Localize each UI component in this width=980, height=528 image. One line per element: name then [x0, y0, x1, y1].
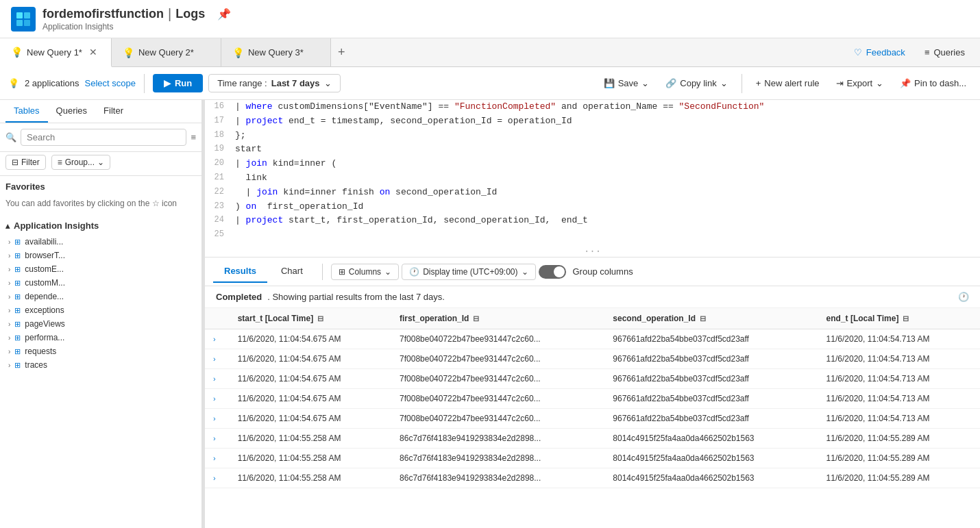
- column-header[interactable]: second_operation_Id⊟: [604, 308, 818, 329]
- table-item[interactable]: › ⊞ depende...: [5, 290, 196, 303]
- app-name: fordemofirstfunction: [42, 7, 164, 21]
- table-icon: ⊞: [14, 347, 21, 356]
- line-number: 19: [205, 142, 232, 155]
- display-time-button[interactable]: 🕐 Display time (UTC+09:00) ⌄: [402, 264, 535, 280]
- table-item[interactable]: › ⊞ customM...: [5, 276, 196, 290]
- svg-rect-0: [16, 12, 23, 18]
- col-label: second_operation_Id: [613, 314, 696, 323]
- group-cols-label: Group columns: [573, 266, 633, 277]
- table-name: customE...: [25, 264, 64, 274]
- table-cell: 86c7d76f4183e9419293834e2d2898...: [391, 449, 604, 468]
- run-label: Run: [175, 78, 192, 88]
- copy-link-button[interactable]: 🔗 Copy link ⌄: [660, 75, 733, 92]
- table-cell: 11/6/2020, 11:04:54.675 AM: [230, 389, 391, 409]
- col-label: start_t [Local Time]: [238, 314, 313, 323]
- column-header[interactable]: first_operation_Id⊟: [391, 308, 604, 329]
- sidebar-tab-filter[interactable]: Filter: [95, 100, 132, 123]
- column-header[interactable]: start_t [Local Time]⊟: [230, 308, 391, 329]
- results-tab-results[interactable]: Results: [213, 260, 267, 283]
- expand-button[interactable]: ›: [213, 394, 216, 403]
- filter-icon[interactable]: ⊟: [903, 314, 909, 323]
- search-input[interactable]: [21, 129, 186, 146]
- group-button[interactable]: ≡ Group... ⌄: [51, 155, 110, 170]
- line-number: 16: [205, 100, 232, 113]
- table-item[interactable]: › ⊞ requests: [5, 344, 196, 358]
- expand-button[interactable]: ›: [213, 375, 216, 383]
- new-alert-button[interactable]: + New alert rule: [750, 75, 825, 92]
- code-editor[interactable]: 16| where customDimensions["EventName"] …: [205, 100, 980, 257]
- filter-icon[interactable]: ⊟: [317, 314, 323, 323]
- results-tab-chart[interactable]: Chart: [270, 260, 314, 283]
- code-line: 20| join kind=inner (: [205, 157, 980, 171]
- tab-add-button[interactable]: +: [331, 38, 352, 66]
- expand-button[interactable]: ›: [213, 434, 216, 442]
- save-button[interactable]: 💾 Save ⌄: [598, 75, 655, 92]
- line-content: };: [232, 129, 980, 143]
- tab-close-1[interactable]: ✕: [86, 45, 100, 59]
- table-icon: ⊞: [14, 251, 21, 260]
- table-icon: ⊞: [14, 361, 21, 370]
- table-cell: 967661afd22ba54bbe037cdf5cd23aff: [604, 389, 818, 409]
- expand-button[interactable]: ›: [213, 474, 216, 482]
- feedback-button[interactable]: ♡ Feedback: [847, 45, 912, 60]
- run-button[interactable]: ▶ Run: [153, 74, 203, 92]
- column-header[interactable]: end_t [Local Time]⊟: [818, 308, 980, 329]
- group-columns-toggle[interactable]: [539, 265, 566, 279]
- tab-new-query-3[interactable]: 💡 New Query 3*: [221, 38, 331, 66]
- expand-button[interactable]: ›: [213, 454, 216, 462]
- pin-icon[interactable]: 📌: [217, 8, 231, 21]
- row-expand[interactable]: ›: [205, 329, 230, 349]
- line-content: | where customDimensions["EventName"] ==…: [232, 100, 980, 114]
- table-arrow: ›: [8, 307, 10, 314]
- expand-button[interactable]: ›: [213, 414, 216, 423]
- table-item[interactable]: › ⊞ availabili...: [5, 235, 196, 249]
- table-icon: ⊞: [14, 306, 21, 315]
- table-item[interactable]: › ⊞ performa...: [5, 331, 196, 344]
- select-scope-button[interactable]: Select scope: [85, 78, 136, 88]
- sort-icon[interactable]: ≡: [191, 132, 196, 142]
- columns-button[interactable]: ⊞ Columns ⌄: [331, 264, 399, 280]
- table-icon: ⊞: [14, 334, 21, 342]
- filter-icon[interactable]: ⊟: [700, 314, 706, 323]
- app-service: Logs: [175, 7, 205, 21]
- row-expand[interactable]: ›: [205, 389, 230, 409]
- code-line: 16| where customDimensions["EventName"] …: [205, 100, 980, 114]
- search-icon: 🔍: [5, 132, 16, 142]
- row-expand[interactable]: ›: [205, 468, 230, 488]
- export-chevron: ⌄: [876, 78, 883, 88]
- queries-button[interactable]: ≡ Queries: [918, 45, 972, 60]
- columns-icon: ⊞: [339, 267, 345, 277]
- tab-new-query-2[interactable]: 💡 New Query 2*: [112, 38, 221, 66]
- results-table-container[interactable]: start_t [Local Time]⊟first_operation_Id⊟…: [205, 308, 980, 528]
- row-expand[interactable]: ›: [205, 409, 230, 429]
- table-item[interactable]: › ⊞ customE...: [5, 262, 196, 276]
- filter-icon[interactable]: ⊟: [473, 314, 479, 323]
- pin-button[interactable]: 📌 Pin to dash...: [894, 75, 972, 92]
- table-item[interactable]: › ⊞ pageViews: [5, 317, 196, 331]
- results-table-body: ›11/6/2020, 11:04:54.675 AM7f008be040722…: [205, 329, 980, 488]
- row-expand[interactable]: ›: [205, 429, 230, 449]
- time-range-button[interactable]: Time range : Last 7 days ⌄: [208, 74, 340, 92]
- table-item[interactable]: › ⊞ browserT...: [5, 249, 196, 262]
- tab-icon-2: 💡: [123, 47, 134, 58]
- row-expand[interactable]: ›: [205, 349, 230, 369]
- expand-button[interactable]: ›: [213, 335, 216, 343]
- table-cell: 11/6/2020, 11:04:54.713 AM: [818, 349, 980, 369]
- row-expand[interactable]: ›: [205, 369, 230, 389]
- table-cell: 11/6/2020, 11:04:55.258 AM: [230, 449, 391, 468]
- expand-button[interactable]: ›: [213, 355, 216, 363]
- sidebar-tab-queries[interactable]: Queries: [48, 100, 96, 123]
- table-item[interactable]: › ⊞ traces: [5, 358, 196, 372]
- table-cell: 8014c4915f25fa4aa0da4662502b1563: [604, 449, 818, 468]
- table-name: exceptions: [25, 305, 64, 315]
- row-expand[interactable]: ›: [205, 449, 230, 468]
- tab-new-query-1[interactable]: 💡 New Query 1* ✕: [0, 38, 112, 67]
- table-item[interactable]: › ⊞ exceptions: [5, 303, 196, 317]
- app-section-header[interactable]: ▴ Application Insights: [5, 221, 196, 231]
- tab-label-3: New Query 3*: [248, 47, 304, 58]
- scope-section: 💡 2 applications: [8, 78, 79, 88]
- filter-button[interactable]: ⊟ Filter: [5, 155, 46, 170]
- export-button[interactable]: ⇥ Export ⌄: [831, 75, 890, 92]
- sidebar-tab-tables[interactable]: Tables: [5, 100, 48, 123]
- table-cell: 7f008be040722b47bee931447c2c60...: [391, 389, 604, 409]
